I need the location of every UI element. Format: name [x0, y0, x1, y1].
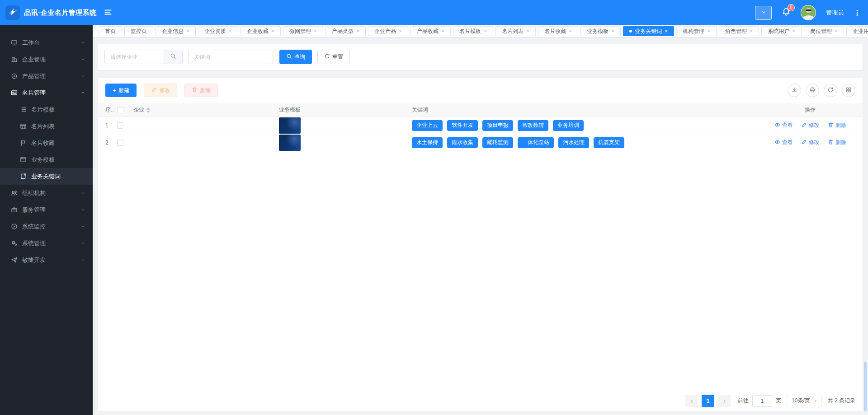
tab[interactable]: 业务模板 ×: [580, 26, 621, 36]
tab[interactable]: 名片收藏 ×: [538, 26, 578, 36]
reset-button[interactable]: 重置: [317, 50, 350, 64]
sidebar-item[interactable]: 业务模板: [0, 151, 93, 168]
close-icon[interactable]: ×: [707, 28, 710, 34]
panel-toggle-button[interactable]: [755, 6, 772, 20]
tab[interactable]: 企业收藏 ×: [241, 26, 281, 36]
create-button[interactable]: + 新建: [105, 84, 137, 97]
tab[interactable]: 业务关键词 ×: [623, 26, 674, 36]
tab[interactable]: 名片模板 ×: [453, 26, 493, 36]
edit-link[interactable]: 修改: [801, 139, 820, 146]
username[interactable]: 管理员: [826, 9, 844, 17]
toolbar-icon-button[interactable]: [842, 84, 855, 97]
tab[interactable]: 产品收藏 ×: [410, 26, 451, 36]
avatar[interactable]: [801, 5, 816, 20]
view-link[interactable]: 查看: [774, 121, 793, 129]
close-icon[interactable]: ×: [229, 28, 232, 34]
scrollbar-thumb[interactable]: [864, 362, 867, 411]
delete-link[interactable]: 删除: [828, 139, 846, 146]
close-icon[interactable]: ×: [271, 28, 274, 34]
notifications-button[interactable]: 0: [782, 7, 791, 18]
delete-link[interactable]: 删除: [828, 121, 846, 129]
close-icon[interactable]: ×: [441, 28, 444, 34]
sidebar-item[interactable]: 产品管理: [0, 68, 93, 84]
keyword-input[interactable]: [188, 50, 273, 64]
select-all-checkbox[interactable]: [117, 107, 123, 113]
tab[interactable]: 企业资质 ×: [198, 26, 238, 36]
page-size-select[interactable]: 10条/页 ▼: [787, 395, 821, 407]
row-checkbox[interactable]: [117, 140, 123, 146]
tab-label: 业务模板: [587, 28, 609, 35]
tab[interactable]: 产品类型 ×: [326, 26, 366, 36]
business-card-thumbnail[interactable]: [279, 117, 301, 134]
toolbar-icon-button[interactable]: [806, 84, 819, 97]
close-icon[interactable]: ×: [750, 28, 753, 34]
tab[interactable]: 企业用户 ×: [846, 26, 868, 36]
sidebar-item[interactable]: 名片列表: [0, 118, 93, 135]
keywords-cell: 水土保持雨水收集能耗监测一体化泵站污水处理抗震支架: [412, 137, 765, 148]
next-page-button[interactable]: ›: [718, 395, 731, 407]
view-label: 查看: [782, 139, 793, 146]
chevron-icon: [80, 191, 85, 196]
sidebar-item[interactable]: 名片管理: [0, 84, 93, 101]
tab[interactable]: 角色管理 ×: [719, 26, 759, 36]
close-icon[interactable]: ×: [665, 28, 668, 34]
col-checkbox: [117, 107, 133, 113]
pagination-bar: ‹ 1 › 前往 页 10条/页 ▼ 共 2 条记录: [98, 390, 863, 411]
close-icon[interactable]: ×: [484, 28, 487, 34]
tab[interactable]: 系统用户 ×: [761, 26, 802, 36]
sidebar-item[interactable]: 名片收藏: [0, 135, 93, 151]
tab[interactable]: 企业信息 ×: [156, 26, 196, 36]
sidebar-item[interactable]: 业务关键词: [0, 168, 93, 185]
tab[interactable]: 监控页: [124, 26, 153, 36]
chevron-icon: [80, 224, 85, 229]
goto-page-input[interactable]: [752, 395, 772, 407]
tab[interactable]: 首页: [99, 26, 122, 36]
tab[interactable]: 机构管理 ×: [676, 26, 717, 36]
sidebar-item[interactable]: 敏捷开发: [0, 252, 93, 268]
tab[interactable]: 名片列表 ×: [495, 26, 536, 36]
sidebar-item[interactable]: 名片模板: [0, 101, 93, 118]
close-icon[interactable]: ×: [569, 28, 572, 34]
delete-label: 删除: [200, 87, 211, 94]
edit-link[interactable]: 修改: [801, 121, 820, 129]
close-icon[interactable]: ×: [526, 28, 529, 34]
close-icon[interactable]: ×: [356, 28, 359, 34]
tab[interactable]: 企业产品 ×: [368, 26, 408, 36]
company-search-button[interactable]: [164, 50, 183, 64]
close-icon[interactable]: ×: [792, 28, 795, 34]
tab[interactable]: 微网管理 ×: [283, 26, 323, 36]
sidebar-item[interactable]: 服务管理: [0, 201, 93, 218]
product-icon: [11, 73, 18, 79]
sidebar-item[interactable]: 系统监控: [0, 218, 93, 235]
modify-button: 修改: [144, 84, 177, 97]
row-checkbox-cell: [117, 122, 133, 129]
menu-collapse-button[interactable]: [104, 8, 112, 18]
col-company: 企业: [133, 106, 279, 114]
company-select-input[interactable]: [104, 50, 164, 64]
sidebar-item[interactable]: 系统管理: [0, 235, 93, 252]
row-checkbox[interactable]: [117, 122, 123, 129]
query-button[interactable]: 查询: [279, 50, 312, 64]
sidebar-item-label: 系统管理: [22, 239, 46, 247]
sidebar-item-label: 系统监控: [22, 223, 46, 231]
kebab-menu-icon[interactable]: ⋮: [854, 9, 861, 17]
current-page[interactable]: 1: [702, 395, 714, 407]
view-link[interactable]: 查看: [774, 139, 793, 146]
close-icon[interactable]: ×: [835, 28, 838, 34]
sidebar-item[interactable]: 工作台: [0, 34, 93, 51]
sidebar-item[interactable]: 组织机构: [0, 185, 93, 201]
prev-page-button[interactable]: ‹: [685, 395, 698, 407]
sidebar-item[interactable]: 企业管理: [0, 51, 93, 68]
close-icon[interactable]: ×: [314, 28, 317, 34]
business-card-thumbnail[interactable]: [279, 135, 301, 151]
tab[interactable]: 岗位管理 ×: [804, 26, 844, 36]
close-icon[interactable]: ×: [611, 28, 614, 34]
delete-label: 删除: [835, 121, 846, 129]
building-icon: [11, 56, 18, 63]
toolbar-icon-button[interactable]: [788, 84, 801, 97]
toolbar-icon-button[interactable]: [824, 84, 837, 97]
close-icon[interactable]: ×: [186, 28, 189, 34]
briefcase-icon: [11, 206, 18, 213]
sort-caret-icons[interactable]: [146, 107, 150, 113]
close-icon[interactable]: ×: [399, 28, 402, 34]
